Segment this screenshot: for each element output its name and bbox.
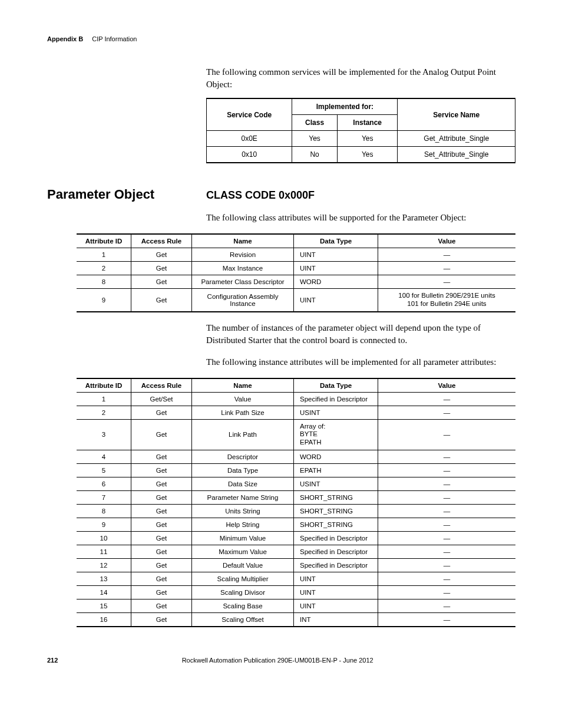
- cell: —: [378, 275, 516, 289]
- cell: Get: [131, 477, 192, 490]
- cell: 13: [77, 572, 131, 585]
- cell: Get: [131, 545, 192, 558]
- cell: Get: [131, 585, 192, 599]
- cell: 5: [77, 463, 131, 477]
- table-row: 0x0EYesYesGet_Attribute_Single: [207, 131, 515, 147]
- cell: Specified in Descriptor: [294, 531, 378, 545]
- cell: Specified in Descriptor: [294, 545, 378, 558]
- cell: 14: [77, 585, 131, 599]
- th-data-type: Data Type: [294, 234, 378, 248]
- th-value: Value: [378, 234, 516, 248]
- services-table: Service Code Implemented for: Service Na…: [206, 98, 515, 163]
- instance-attributes-table: Attribute ID Access Rule Name Data Type …: [77, 378, 515, 627]
- th-class: Class: [292, 115, 338, 131]
- cell: 9: [77, 518, 131, 531]
- cell: Get: [131, 463, 192, 477]
- cell: SHORT_STRING: [294, 504, 378, 518]
- cell: 7: [77, 490, 131, 504]
- table-row: 0x10NoYesSet_Attribute_Single: [207, 147, 515, 163]
- appendix-label: Appendix B: [47, 35, 83, 42]
- cell: —: [378, 406, 516, 419]
- cell: 12: [77, 558, 131, 572]
- cell: Parameter Name String: [192, 490, 294, 504]
- cell: 1: [77, 392, 131, 406]
- section-heading-row: Parameter Object CLASS CODE 0x000F: [47, 187, 515, 202]
- cell: Get: [131, 612, 192, 627]
- cell: Scaling Offset: [192, 612, 294, 627]
- cell: Specified in Descriptor: [294, 392, 378, 406]
- cell: —: [378, 463, 516, 477]
- cell: 9: [77, 289, 131, 312]
- cell: UINT: [294, 262, 378, 275]
- cell: 15: [77, 599, 131, 612]
- cell: UINT: [294, 248, 378, 262]
- body-paragraph-3: The following instance attributes will b…: [206, 356, 515, 368]
- cell: Minimum Value: [192, 531, 294, 545]
- class-attributes-table: Attribute ID Access Rule Name Data Type …: [77, 233, 515, 312]
- cell: —: [378, 450, 516, 463]
- th-data-type: Data Type: [294, 378, 378, 393]
- cell: Revision: [192, 248, 294, 262]
- cell: Maximum Value: [192, 545, 294, 558]
- cell: 0x10: [207, 147, 292, 163]
- table-row: 10GetMinimum ValueSpecified in Descripto…: [77, 531, 515, 545]
- intro-paragraph-1: The following common services will be im…: [206, 66, 515, 91]
- cell: Set_Attribute_Single: [398, 147, 515, 163]
- instance-attributes-tbody: 1Get/SetValueSpecified in Descriptor—2Ge…: [77, 392, 515, 627]
- cell: UINT: [294, 599, 378, 612]
- cell: 3: [77, 419, 131, 450]
- cell: Get: [131, 419, 192, 450]
- cell: WORD: [294, 450, 378, 463]
- table-row: 12GetDefault ValueSpecified in Descripto…: [77, 558, 515, 572]
- cell: SHORT_STRING: [294, 518, 378, 531]
- cell: —: [378, 490, 516, 504]
- th-attr-id: Attribute ID: [77, 234, 131, 248]
- cell: 16: [77, 612, 131, 627]
- th-instance: Instance: [337, 115, 398, 131]
- cell: Get: [131, 518, 192, 531]
- cell: —: [378, 262, 516, 275]
- class-code-heading: CLASS CODE 0x000F: [206, 189, 315, 202]
- cell: SHORT_STRING: [294, 490, 378, 504]
- cell: INT: [294, 612, 378, 627]
- cell: —: [378, 504, 516, 518]
- cell: Data Type: [192, 463, 294, 477]
- table-row: 9GetHelp StringSHORT_STRING—: [77, 518, 515, 531]
- cell: Data Size: [192, 477, 294, 490]
- table-row: 1Get/SetValueSpecified in Descriptor—: [77, 392, 515, 406]
- table-row: 6GetData SizeUSINT—: [77, 477, 515, 490]
- table-row: 3GetLink PathArray of:BYTEEPATH—: [77, 419, 515, 450]
- cell: Get_Attribute_Single: [398, 131, 515, 147]
- cell: Array of:BYTEEPATH: [294, 419, 378, 450]
- th-value: Value: [378, 378, 516, 393]
- cell: Parameter Class Descriptor: [192, 275, 294, 289]
- cell: Get: [131, 450, 192, 463]
- publication-info: Rockwell Automation Publication 290E-UM0…: [58, 657, 497, 664]
- th-service-name: Service Name: [398, 98, 515, 131]
- table-row: 15GetScaling BaseUINT—: [77, 599, 515, 612]
- cell: UINT: [294, 585, 378, 599]
- table-row: 5GetData TypeEPATH—: [77, 463, 515, 477]
- cell: Default Value: [192, 558, 294, 572]
- cell: 8: [77, 504, 131, 518]
- cell: —: [378, 248, 516, 262]
- cell: 0x0E: [207, 131, 292, 147]
- section-title: Parameter Object: [47, 187, 206, 202]
- th-attr-id: Attribute ID: [77, 378, 131, 393]
- cell: Scaling Divisor: [192, 585, 294, 599]
- table-row: 13GetScaling MultiplierUINT—: [77, 572, 515, 585]
- table-row: 2GetLink Path SizeUSINT—: [77, 406, 515, 419]
- th-service-code: Service Code: [207, 98, 292, 131]
- cell: —: [378, 518, 516, 531]
- cell: Link Path: [192, 419, 294, 450]
- table-row: 7GetParameter Name StringSHORT_STRING—: [77, 490, 515, 504]
- cell: Link Path Size: [192, 406, 294, 419]
- table-row: 16GetScaling OffsetINT—: [77, 612, 515, 627]
- cell: EPATH: [294, 463, 378, 477]
- cell: Yes: [337, 147, 398, 163]
- cell: Get: [131, 248, 192, 262]
- cell: Descriptor: [192, 450, 294, 463]
- cell: —: [378, 558, 516, 572]
- cell: WORD: [294, 275, 378, 289]
- cell: 10: [77, 531, 131, 545]
